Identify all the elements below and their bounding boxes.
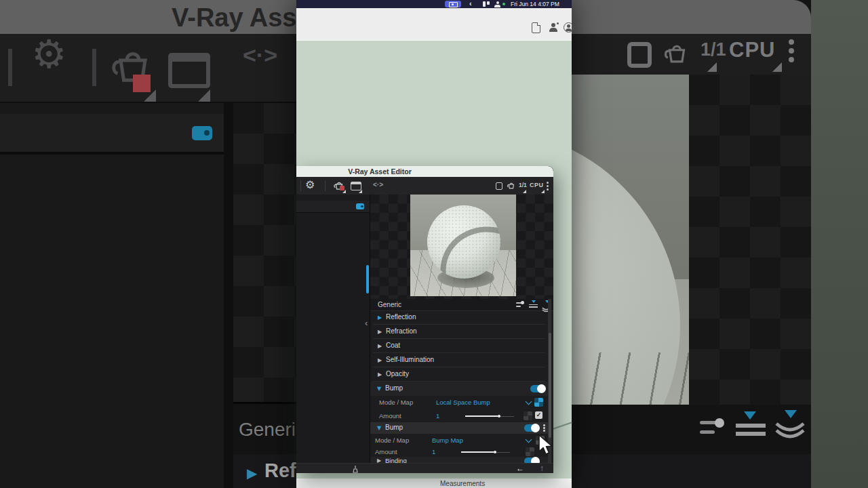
bg-generic-label: Generic [239,419,296,441]
bg-settings-gear-icon: ⚙ [31,31,66,77]
background-right-pane: 1/1 CPU [572,0,868,488]
parameters-scrollbar-thumb[interactable] [549,333,551,438]
dropdown-corner [359,190,362,193]
engine-button[interactable]: CPU [530,182,544,188]
bump-mode-map-row: Mode / Map Local Space Bump [370,396,548,409]
document-icon[interactable] [532,22,540,33]
collapse-left-handle[interactable]: ‹ [365,318,368,328]
dropdown-corner [523,190,526,193]
preview-sphere [427,205,500,279]
amount-slider-fill [465,415,498,417]
bg-kebab-menu-icon [789,39,794,62]
follow-object-icon[interactable]: <·> [373,181,383,188]
bg-window-titlebar-right [572,0,811,34]
preview-teapot-icon[interactable] [507,181,516,190]
bg-dropdown-corner [772,62,782,72]
bg-window-title: V-Ray Asset [172,3,296,33]
amount-slider-knob[interactable] [494,451,496,453]
menu-chevron-left-icon[interactable]: ‹ [469,0,472,7]
chevron-down-icon[interactable] [526,436,532,443]
amount-slider-fill [461,451,494,453]
material-name-header: Generic [370,299,553,311]
toolbar-separator [325,180,326,191]
engine-label: CPU [530,182,544,188]
asset-list-scrollbar[interactable] [366,265,369,293]
rollout-arrow-icon: ▶ [378,357,382,363]
bump-enable-toggle[interactable] [530,385,545,392]
chevron-down-icon[interactable] [526,399,532,405]
bg-preview-checker-right [689,75,811,405]
binding-enable-toggle[interactable] [524,458,539,463]
amount-texture-slot[interactable] [524,411,532,420]
bg-resolution-label: 1/1 [701,39,726,60]
rollout-label: Bump [385,384,403,392]
amount-checkbox[interactable]: ✓ [535,411,542,419]
window-split-icon[interactable] [483,1,490,7]
bg-import-icon [736,411,766,436]
rollout-arrow-icon: ▼ [377,386,381,392]
bg-generic-band-right [572,405,811,454]
bg-dropdown-corner [707,62,717,72]
import-asset-icon[interactable] [529,300,538,308]
rollout-arrow-icon: ▶ [378,329,382,335]
bump-texture-slot[interactable] [534,398,543,407]
rollout-label: Reflection [386,313,416,321]
amount-slider-knob[interactable] [498,415,500,418]
back-arrow-icon[interactable]: ← [516,464,524,473]
rollout-label: Binding [385,457,407,463]
menu-bar-clock[interactable]: Fri Jun 14 4:07 PM [511,1,570,7]
swap-icon[interactable] [516,302,524,307]
bump2-enable-toggle[interactable] [524,424,539,432]
person-icon[interactable] [549,23,557,32]
rollout-label: Self-Illumination [386,356,434,363]
material-name-label: Generic [378,301,401,308]
rollout-label: Opacity [386,370,409,378]
rollout-reflection[interactable]: ▶ Reflection [370,310,548,325]
rollout-bump2-header[interactable]: ▼ Bump [370,422,548,434]
rollout-opacity[interactable]: ▶ Opacity [370,367,548,382]
asset-list-panel [296,195,370,463]
rollout-coat[interactable]: ▶ Coat [370,339,548,353]
rollout-self-illumination[interactable]: ▶ Self-Illumination [370,353,548,367]
bg-rollout-area: ▶ Ref [233,454,296,488]
dropdown-corner [342,190,346,193]
vray-window-titlebar[interactable]: V-Ray Asset Editor [296,166,553,177]
resolution-button[interactable]: 1/1 [519,182,527,188]
rollout-arrow-icon: ▼ [377,425,381,431]
bg-asset-list [0,103,224,488]
bump2-amount-texture-slot[interactable] [526,447,534,456]
up-arrow-icon[interactable]: ↑ [540,464,544,473]
bg-preview-square-icon [627,42,652,68]
bg-preview-image [572,75,689,405]
settings-gear-icon[interactable]: ⚙ [305,178,315,191]
amount-value[interactable]: 1 [432,448,435,455]
rollout-refraction[interactable]: ▶ Refraction [370,325,548,339]
status-green-dot [502,3,505,5]
preview-square-icon[interactable] [496,182,502,190]
user-status-icon[interactable] [494,1,500,7]
material-preview-image[interactable] [410,195,516,296]
account-circle-icon[interactable] [564,22,574,33]
mode-map-value[interactable]: Bump Map [432,436,463,444]
status-bar: Measurements [296,479,572,488]
bg-viewport-edge [811,0,868,488]
vray-toolbar: ⚙ <·> 1/1 CPU [296,177,553,195]
rollout-binding-header[interactable]: ▶ Binding [370,457,548,463]
amount-value[interactable]: 1 [436,412,439,420]
mode-map-label: Mode / Map [375,436,409,444]
screenshare-icon[interactable] [445,1,461,7]
mode-map-label: Mode / Map [379,399,413,406]
bump2-kebab-menu-icon[interactable] [543,424,545,432]
asset-list-header-row[interactable] [296,201,370,213]
rollout-label: Bump [385,424,403,431]
background-left-pane: V-Ray Asset ⚙ <·> [0,0,296,488]
rollout-bump-header[interactable]: ▼ Bump [370,382,548,396]
eye-quick-icon[interactable] [356,203,364,209]
resolution-label: 1/1 [519,182,527,188]
kebab-menu-icon[interactable] [547,182,549,190]
mode-map-value[interactable]: Local Space Bump [436,399,490,406]
purge-broom-icon[interactable] [351,465,359,473]
bg-preview-teapot-icon [663,39,691,68]
rollout-label: Coat [386,342,400,349]
amount-label: Amount [375,448,397,455]
